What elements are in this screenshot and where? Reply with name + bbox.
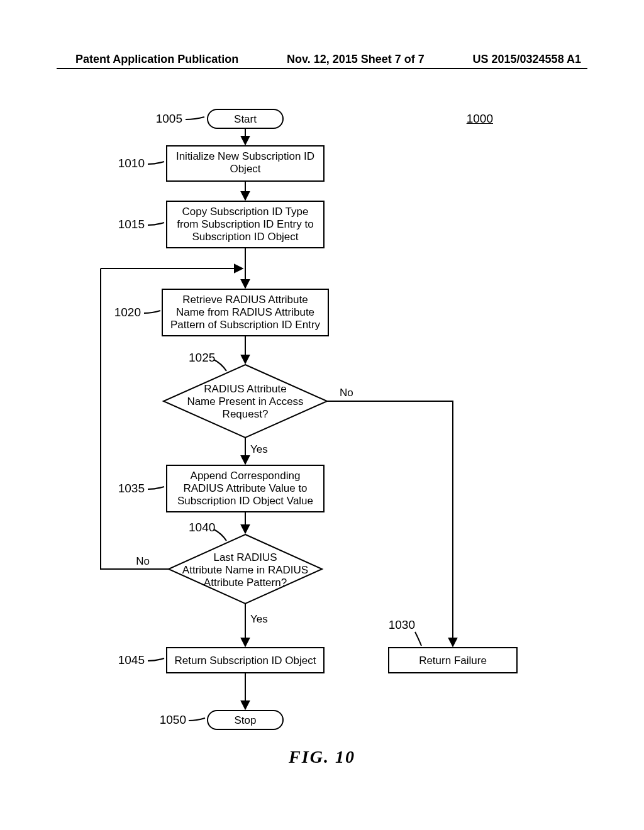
node-stop: Stop 1050 <box>160 711 283 729</box>
node-start-text: Start <box>234 113 257 125</box>
node-retrieve-l3: Pattern of Subscription ID Entry <box>170 319 321 331</box>
node-copy-l1: Copy Subscription ID Type <box>182 206 309 218</box>
node-return-ok-l1: Return Subscription ID Object <box>175 655 316 667</box>
node-d1-l1: RADIUS Attribute <box>204 383 286 395</box>
node-retrieve-l2: Name from RADIUS Attribute <box>176 306 314 318</box>
node-d1-l3: Request? <box>223 408 269 420</box>
d2-no-label: No <box>136 555 150 567</box>
node-init-ref: 1010 <box>118 157 145 170</box>
node-append-l2: RADIUS Attribute Value to <box>183 482 307 494</box>
node-retrieve-ref: 1020 <box>114 306 141 319</box>
d1-yes-label: Yes <box>250 443 268 455</box>
node-init-l1: Initialize New Subscription ID <box>176 150 314 162</box>
node-stop-ref: 1050 <box>160 713 186 726</box>
node-init-l2: Object <box>230 163 260 175</box>
d2-yes-label: Yes <box>250 613 268 625</box>
node-stop-text: Stop <box>235 714 257 726</box>
node-d1-l2: Name Present in Access <box>187 396 303 407</box>
flowchart: Start 1005 Initialize New Subscription I… <box>0 0 644 830</box>
node-init: Initialize New Subscription ID Object 10… <box>118 146 324 181</box>
node-return-ok-ref: 1045 <box>118 653 145 667</box>
node-return-fail-ref: 1030 <box>389 618 415 631</box>
node-append: Append Corresponding RADIUS Attribute Va… <box>118 465 324 512</box>
node-d2-l2: Attribute Name in RADIUS <box>182 564 308 576</box>
node-return-fail-l1: Return Failure <box>419 655 487 667</box>
node-d2-l1: Last RADIUS <box>213 551 277 563</box>
node-retrieve: Retrieve RADIUS Attribute Name from RADI… <box>114 289 328 336</box>
node-copy-ref: 1015 <box>118 218 145 231</box>
node-return-ok: Return Subscription ID Object 1045 <box>118 648 324 673</box>
node-copy: Copy Subscription ID Type from Subscript… <box>118 201 324 248</box>
arrow-d1-no <box>327 401 453 646</box>
node-append-ref: 1035 <box>118 482 145 495</box>
node-append-l3: Subscription ID Object Value <box>177 495 313 507</box>
node-d1-ref: 1025 <box>189 351 215 364</box>
node-copy-l2: from Subscription ID Entry to <box>177 218 313 230</box>
node-d2-ref: 1040 <box>189 521 215 534</box>
node-append-l1: Append Corresponding <box>191 470 301 482</box>
d1-no-label: No <box>340 387 353 399</box>
node-copy-l3: Subscription ID Object <box>192 231 298 243</box>
node-decision1: RADIUS Attribute Name Present in Access … <box>164 351 327 438</box>
node-start-ref: 1005 <box>156 112 182 125</box>
node-start: Start 1005 <box>156 109 283 128</box>
patent-page: Patent Application Publication Nov. 12, … <box>0 0 644 830</box>
node-retrieve-l1: Retrieve RADIUS Attribute <box>182 294 308 306</box>
node-d2-l3: Attribute Pattern? <box>204 577 287 589</box>
figure-label: FIG. 10 <box>0 747 644 767</box>
